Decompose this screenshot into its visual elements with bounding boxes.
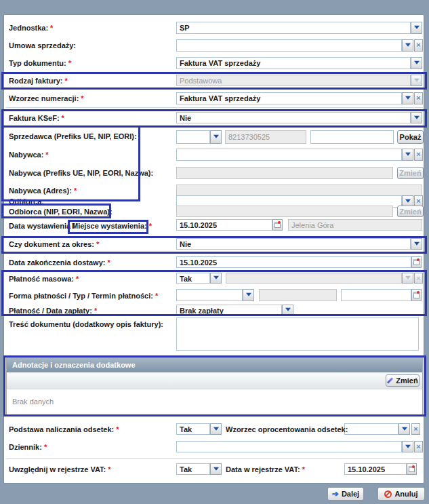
faktura-ksef-chevron-down-icon[interactable] bbox=[411, 112, 422, 123]
umowa-combo[interactable] bbox=[176, 39, 402, 52]
section-divider bbox=[6, 107, 423, 108]
data-wystawienia-field[interactable]: 15.10.2025 bbox=[176, 219, 272, 231]
pokaz-button[interactable]: Pokaż bbox=[397, 130, 424, 144]
sprzedawca-label: Sprzedawca (Prefiks UE, NIP, EORI): bbox=[9, 132, 137, 140]
data-zakonczenia-label: Data zakończenia dostawy:* bbox=[9, 258, 110, 267]
data-zakonczenia-calendar-icon[interactable] bbox=[411, 256, 422, 268]
adnotacje-empty-text: Brak danych bbox=[12, 398, 54, 406]
required-marker: * bbox=[81, 94, 83, 102]
rejestr-vat-combo[interactable]: Tak bbox=[176, 463, 210, 475]
sprzedawca-prefiks-combo[interactable] bbox=[176, 130, 210, 144]
sprzedawca-eori-field[interactable] bbox=[310, 130, 394, 144]
umowa-chevron-down-icon[interactable] bbox=[402, 39, 413, 52]
data-rejestr-vat-calendar-icon[interactable] bbox=[407, 463, 417, 475]
nabywca-combo[interactable] bbox=[176, 149, 402, 161]
required-marker: * bbox=[74, 187, 77, 195]
required-marker: * bbox=[64, 77, 67, 85]
platnosc-data-zaplaty-combo[interactable]: Brak zapłaty bbox=[176, 305, 282, 315]
required-marker: * bbox=[302, 465, 305, 473]
tresc-dokumentu-textarea[interactable] bbox=[176, 317, 419, 351]
dziennik-clear-icon[interactable]: × bbox=[414, 441, 423, 452]
nabywca-dane-field bbox=[176, 167, 393, 179]
typ-dokumentu-chevron-down-icon[interactable] bbox=[411, 57, 422, 69]
rodzaj-faktury-label: Rodzaj faktury:* bbox=[9, 77, 68, 85]
dziennik-combo[interactable] bbox=[176, 441, 402, 452]
typ-dokumentu-label: Typ dokumentu:* bbox=[9, 59, 71, 67]
nabywca-label: Nabywca:* bbox=[9, 151, 49, 159]
required-marker: * bbox=[68, 59, 71, 67]
sprzedawca-nip-field: 8213730525 bbox=[225, 130, 306, 144]
platnosc-masowa-label: Płatność masowa:* bbox=[9, 275, 79, 283]
rejestr-vat-chevron-down-icon[interactable] bbox=[210, 463, 222, 475]
miejsce-wystawienia-label: Miejsce wystawienia:* bbox=[72, 222, 152, 230]
platnosc-masowa-konto-field bbox=[226, 273, 402, 284]
czy-dokument-combo[interactable]: Nie bbox=[176, 238, 411, 250]
odbiorca-dane-label: Odbiorca (NIP, EORI, Nazwa): bbox=[9, 208, 113, 216]
adnotacje-zmien-button[interactable]: Zmień bbox=[386, 374, 420, 387]
forma-platnosci-label: Forma płatności / Typ / Termin płatności… bbox=[9, 292, 158, 300]
required-marker: * bbox=[50, 24, 53, 32]
forma-platnosci-combo[interactable] bbox=[176, 289, 243, 301]
platnosc-masowa-combo[interactable]: Tak bbox=[176, 273, 210, 284]
required-marker: * bbox=[44, 443, 47, 451]
odbiorca-label: Odbiorca: bbox=[9, 197, 44, 206]
section-divider bbox=[6, 458, 423, 459]
faktura-ksef-combo[interactable]: Nie bbox=[176, 112, 411, 123]
typ-platnosci-field bbox=[259, 289, 337, 301]
nabywca-clear-icon[interactable]: × bbox=[414, 149, 423, 161]
required-marker: * bbox=[155, 292, 158, 300]
data-zakonczenia-field[interactable]: 15.10.2025 bbox=[176, 256, 411, 268]
top-frame-bar bbox=[0, 0, 429, 14]
data-rejestr-vat-field[interactable]: 15.10.2025 bbox=[344, 463, 407, 475]
odbiorca-dane-field bbox=[176, 206, 393, 217]
dalej-button[interactable]: ➔ Dalej bbox=[327, 487, 364, 501]
podstawa-odsetek-label: Podstawa naliczania odsetek:* bbox=[9, 425, 119, 433]
jednostka-label: Jednostka:* bbox=[9, 24, 53, 32]
forma-platnosci-chevron-down-icon[interactable] bbox=[243, 289, 254, 301]
tresc-dokumentu-label: Treść dokumentu (dodatkowy opis faktury)… bbox=[9, 320, 163, 328]
required-marker: * bbox=[116, 425, 119, 433]
umowa-clear-icon[interactable]: × bbox=[414, 39, 423, 52]
rodzaj-faktury-chevron-down-icon bbox=[411, 75, 422, 86]
cancel-icon bbox=[384, 490, 392, 498]
wzorzec-numeracji-chevron-down-icon[interactable] bbox=[402, 92, 413, 104]
nabywca-chevron-down-icon[interactable] bbox=[402, 149, 413, 161]
required-marker: * bbox=[62, 114, 64, 122]
platnosc-data-zaplaty-chevron-down-icon[interactable] bbox=[282, 305, 293, 315]
platnosc-masowa-chevron-down-icon[interactable] bbox=[210, 273, 222, 284]
jednostka-chevron-down-icon[interactable] bbox=[411, 22, 422, 34]
arrow-right-icon: ➔ bbox=[332, 490, 339, 498]
adnotacje-body: Brak danych bbox=[7, 389, 422, 416]
wzorzec-numeracji-clear-icon[interactable]: × bbox=[414, 92, 423, 104]
anuluj-button[interactable]: Anuluj bbox=[377, 487, 425, 501]
podstawa-odsetek-combo[interactable]: Tak bbox=[176, 423, 210, 435]
rejestr-vat-label: Uwzględnij w rejestrze VAT:* bbox=[9, 465, 111, 473]
platnosc-masowa-konto-chevron-down-icon bbox=[402, 273, 413, 284]
sprzedawca-prefiks-chevron-down-icon[interactable] bbox=[210, 130, 222, 144]
jednostka-combo[interactable]: SP bbox=[176, 22, 411, 34]
typ-dokumentu-combo[interactable]: Faktura VAT sprzedaży bbox=[176, 57, 411, 69]
adnotacje-panel: Adnotacje i oznaczenia dodatkowe Zmień B… bbox=[6, 357, 423, 416]
wzorzec-oprocentowania-clear-icon[interactable]: × bbox=[411, 423, 420, 435]
dziennik-label: Dziennik:* bbox=[9, 443, 47, 451]
termin-platnosci-field[interactable] bbox=[341, 289, 411, 301]
dziennik-chevron-down-icon[interactable] bbox=[402, 441, 413, 452]
nabywca-dane-label: Nabywca (Prefiks UE, NIP, EORI, Nazwa): bbox=[9, 169, 153, 177]
wzorzec-oprocentowania-combo[interactable] bbox=[344, 423, 399, 435]
required-marker: * bbox=[107, 258, 110, 267]
required-marker: * bbox=[94, 307, 97, 315]
platnosc-data-zaplaty-label: Płatność / Data zapłaty:* bbox=[9, 307, 97, 315]
czy-dokument-chevron-down-icon[interactable] bbox=[411, 238, 422, 250]
podstawa-odsetek-chevron-down-icon[interactable] bbox=[210, 423, 222, 435]
wzorzec-numeracji-combo[interactable]: Faktura VAT sprzedaży bbox=[176, 92, 402, 104]
adnotacje-toolbar: Zmień bbox=[7, 372, 422, 389]
required-marker: * bbox=[96, 240, 99, 248]
required-marker: * bbox=[76, 275, 79, 283]
umowa-label: Umowa sprzedaży: bbox=[9, 41, 76, 50]
faktura-ksef-label: Faktura KSeF:* bbox=[9, 114, 64, 122]
nabywca-adres-label: Nabywca (Adres):* bbox=[9, 187, 77, 195]
wzorzec-oprocentowania-chevron-down-icon[interactable] bbox=[399, 423, 410, 435]
required-marker: * bbox=[45, 151, 48, 159]
data-wystawienia-calendar-icon[interactable] bbox=[272, 219, 283, 231]
termin-platnosci-calendar-icon[interactable] bbox=[411, 289, 422, 301]
